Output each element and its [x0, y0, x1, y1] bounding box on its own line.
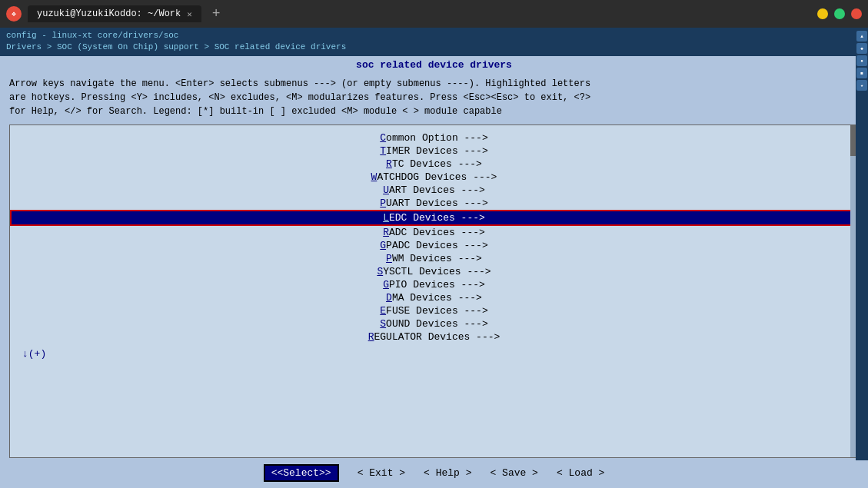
key-letter: P [386, 253, 392, 264]
menu-container: soc related device drivers Arrow keys na… [0, 56, 868, 488]
tab-title: yuzuki@YuzukiKoddo: ~/Work [37, 8, 181, 19]
terminal-wrapper: config - linux-xt core/drivers/soc Drive… [0, 28, 868, 488]
key-letter: U [383, 184, 389, 196]
key-letter: E [380, 305, 386, 317]
menu-item-gpadc-devices[interactable]: GPADC Devices ---> [10, 239, 858, 252]
menu-item-text: REGULATOR Devices ---> [10, 331, 858, 343]
menu-item-text: EFUSE Devices ---> [10, 305, 858, 317]
load-button[interactable]: < Load > [557, 467, 604, 479]
action-bar: <<Select>> < Exit > < Help > < Save > < … [0, 458, 868, 488]
menu-title: soc related device drivers [0, 56, 868, 74]
key-letter: L [383, 212, 389, 224]
menu-item-text: UART Devices ---> [10, 184, 858, 196]
sidebar-icon-4: ■ [856, 68, 867, 78]
add-tab-button[interactable]: + [208, 6, 225, 22]
menu-item-text: GPADC Devices ---> [10, 240, 858, 251]
menu-item-timer-devices[interactable]: TIMER Devices ---> [10, 144, 858, 158]
breadcrumb-line1: config - linux-xt core/drivers/soc [6, 30, 862, 41]
menu-item-text: GPIO Devices ---> [10, 279, 858, 290]
right-sidebar: ▲ ◆ ● ■ ★ [856, 28, 868, 460]
close-button[interactable] [851, 8, 862, 19]
breadcrumb: config - linux-xt core/drivers/soc Drive… [0, 28, 868, 56]
key-letter: P [380, 198, 386, 209]
help-button[interactable]: < Help > [424, 467, 471, 479]
menu-item-dma-devices[interactable]: DMA Devices ---> [10, 291, 858, 304]
menu-item-uart-devices[interactable]: UART Devices ---> [10, 184, 858, 197]
menu-item-text: RADC Devices ---> [10, 227, 858, 238]
sidebar-icon-5: ★ [856, 80, 867, 91]
scroll-indicator-text: ↓(+) [22, 348, 46, 360]
tab-close-button[interactable]: ✕ [187, 9, 192, 19]
key-letter: R [383, 227, 389, 238]
key-letter: S [380, 318, 386, 330]
menu-item-efuse-devices[interactable]: EFUSE Devices ---> [10, 304, 858, 317]
menu-item-rtc-devices[interactable]: RTC Devices ---> [10, 158, 858, 171]
menu-item-common-option[interactable]: Common Option ---> [10, 131, 858, 144]
menu-item-radc-devices[interactable]: RADC Devices ---> [10, 226, 858, 239]
terminal-icon: ❖ [6, 6, 22, 22]
menu-help-text: Arrow keys navigate the menu. <Enter> se… [0, 74, 868, 124]
save-button[interactable]: < Save > [491, 467, 538, 479]
menu-item-gpio-devices[interactable]: GPIO Devices ---> [10, 278, 858, 291]
menu-item-text: SOUND Devices ---> [10, 318, 858, 330]
exit-button[interactable]: < Exit > [358, 467, 405, 479]
menu-item-text: TIMER Devices ---> [10, 145, 858, 157]
menu-item-sysctrl-devices[interactable]: SYSCTL Devices ---> [10, 265, 858, 278]
menu-item-text: PWM Devices ---> [10, 253, 858, 264]
menu-item-text: SYSCTL Devices ---> [10, 266, 858, 277]
menu-item-regulator-devices[interactable]: REGULATOR Devices ---> [10, 330, 858, 344]
key-letter: T [380, 145, 386, 157]
breadcrumb-line2: Drivers > SOC (System On Chip) support >… [6, 41, 862, 53]
select-button[interactable]: <<Select>> [264, 464, 339, 482]
menu-item-sound-devices[interactable]: SOUND Devices ---> [10, 317, 858, 330]
menu-item-pwm-devices[interactable]: PWM Devices ---> [10, 252, 858, 265]
menu-box[interactable]: Common Option ---> TIMER Devices ---> RT… [9, 124, 859, 458]
key-letter: G [383, 279, 389, 290]
key-letter: C [380, 132, 386, 144]
scroll-indicator: ↓(+) [10, 347, 858, 360]
menu-item-text: Common Option ---> [10, 132, 858, 144]
menu-item-text: WATCHDOG Devices ---> [10, 171, 858, 183]
sidebar-icon-3: ● [856, 55, 867, 66]
sidebar-icon-1: ▲ [856, 31, 867, 41]
menu-item-ledc-devices[interactable]: LEDC Devices ---> [10, 210, 858, 226]
sidebar-icon-2: ◆ [856, 43, 867, 54]
menu-item-text: RTC Devices ---> [10, 158, 858, 170]
menu-item-text: PUART Devices ---> [10, 198, 858, 209]
menu-item-puart-devices[interactable]: PUART Devices ---> [10, 197, 858, 210]
title-bar: ❖ yuzuki@YuzukiKoddo: ~/Work ✕ + [0, 0, 868, 28]
key-letter: R [386, 158, 392, 170]
menu-item-text: DMA Devices ---> [10, 292, 858, 304]
minimize-button[interactable] [817, 8, 828, 19]
maximize-button[interactable] [834, 8, 845, 19]
key-letter: G [380, 240, 386, 251]
menu-item-text: LEDC Devices ---> [12, 212, 856, 224]
active-tab[interactable]: yuzuki@YuzukiKoddo: ~/Work ✕ [28, 5, 201, 22]
window-controls [817, 8, 862, 19]
key-letter: D [386, 292, 392, 304]
menu-item-watchdog-devices[interactable]: WATCHDOG Devices ---> [10, 171, 858, 184]
